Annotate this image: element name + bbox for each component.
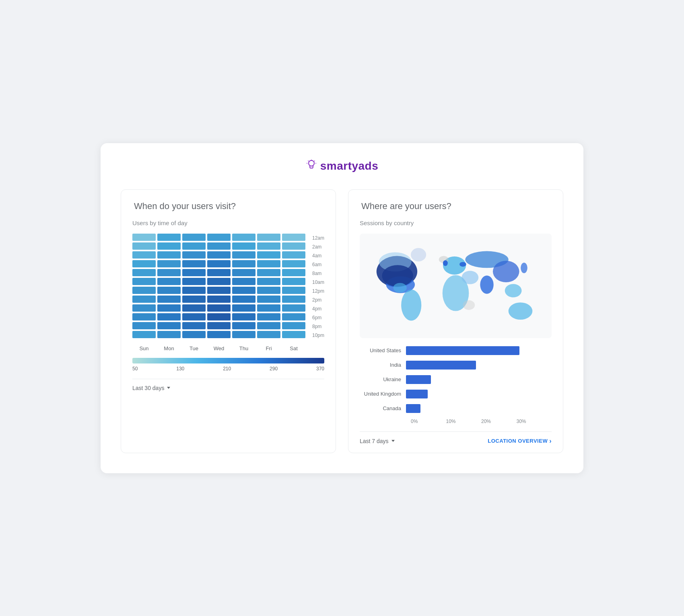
time-label: 2pm [312, 296, 324, 304]
logo-icon [306, 159, 317, 173]
heatmap-cell [182, 260, 206, 267]
heatmap-cell [232, 242, 255, 250]
heatmap-cell [157, 331, 181, 338]
heatmap-cell [282, 278, 305, 285]
svg-point-16 [480, 275, 493, 294]
heatmap-cell [207, 234, 231, 241]
chevron-down-icon [167, 387, 170, 389]
heatmap-cell [257, 287, 280, 294]
heatmap-cell [157, 251, 181, 259]
heatmap-cell [182, 251, 206, 259]
legend-value: 370 [316, 366, 324, 372]
heatmap-cell [257, 242, 280, 250]
heatmap-cell [232, 287, 255, 294]
bar-track [406, 361, 552, 370]
axis-label: 30% [517, 419, 552, 424]
legend-area: 50130210290370 [132, 358, 324, 372]
location-overview-link[interactable]: LOCATION OVERVIEW › [488, 437, 552, 445]
heatmap-cell [282, 251, 305, 259]
bar-row: India [360, 361, 552, 370]
heatmap-cell [207, 269, 231, 276]
svg-point-11 [401, 289, 421, 320]
svg-point-18 [505, 284, 522, 297]
heatmap-cell [157, 287, 181, 294]
heatmap-cell [132, 287, 156, 294]
bar-row: United Kingdom [360, 390, 552, 398]
legend-value: 50 [132, 366, 138, 372]
day-label: Thu [232, 345, 255, 351]
bar-fill [406, 361, 476, 370]
heatmap-cell [207, 296, 231, 303]
bar-country-label: Ukraine [360, 376, 406, 382]
heatmap-cell [232, 304, 255, 312]
heatmap-cell [232, 322, 255, 329]
heatmap-cell [282, 313, 305, 320]
bar-axis: 0%10%20%30% [411, 419, 552, 424]
legend-value: 210 [223, 366, 231, 372]
heatmap-cell [257, 313, 280, 320]
bar-row: United States [360, 346, 552, 355]
time-label: 10am [312, 278, 324, 287]
heatmap-cell [257, 331, 280, 338]
bar-track [406, 404, 552, 413]
heatmap-chart-title: Users by time of day [132, 220, 324, 226]
heatmap-cell [257, 234, 280, 241]
heatmap-cell [232, 269, 255, 276]
heatmap-time-labels: 12am2am4am6am8am10am12pm2pm4pm6pm8pm10pm [308, 234, 324, 341]
heatmap-cell [257, 260, 280, 267]
heatmap-cell [132, 242, 156, 250]
heatmap-row [132, 242, 308, 250]
heatmap-cell [132, 304, 156, 312]
axis-label: 0% [411, 419, 446, 424]
time-label: 4pm [312, 304, 324, 313]
heatmap-cell [132, 322, 156, 329]
svg-point-10 [411, 248, 426, 261]
heatmap-cell [207, 322, 231, 329]
svg-point-15 [461, 271, 478, 284]
heatmap-row [132, 269, 308, 276]
heatmap-cell [132, 296, 156, 303]
bar-fill [406, 346, 519, 355]
bar-country-label: United States [360, 347, 406, 353]
right-panel: Where are your users? Sessions by countr… [348, 189, 563, 453]
heatmap-grid [132, 234, 308, 341]
main-card: smartyads When do your users visit? User… [101, 143, 583, 473]
heatmap-cell [132, 234, 156, 241]
bar-country-label: Canada [360, 405, 406, 411]
heatmap-cell [132, 269, 156, 276]
heatmap-cell [232, 260, 255, 267]
heatmap-row [132, 278, 308, 285]
heatmap-row [132, 234, 308, 241]
svg-line-3 [308, 160, 309, 161]
right-panel-footer: Last 7 days LOCATION OVERVIEW › [360, 431, 552, 445]
svg-line-4 [314, 160, 315, 161]
heatmap-cell [232, 251, 255, 259]
day-label: Mon [157, 345, 181, 351]
heatmap-cell [282, 242, 305, 250]
chevron-right-icon: › [549, 437, 552, 445]
right-footer-dropdown[interactable]: Last 7 days [360, 438, 395, 444]
heatmap-cell [257, 304, 280, 312]
time-label: 6pm [312, 313, 324, 322]
heatmap-row [132, 287, 308, 294]
heatmap-cell [232, 331, 255, 338]
heatmap-cell [182, 296, 206, 303]
heatmap-cell [157, 242, 181, 250]
heatmap-row [132, 313, 308, 320]
heatmap-cell [257, 278, 280, 285]
heatmap-cell [207, 304, 231, 312]
bar-fill [406, 375, 431, 384]
heatmap-cell [132, 251, 156, 259]
heatmap-cell [282, 269, 305, 276]
time-label: 10pm [312, 331, 324, 340]
axis-label: 20% [481, 419, 517, 424]
bar-track [406, 375, 552, 384]
left-footer-dropdown[interactable]: Last 30 days [132, 385, 170, 391]
heatmap-cell [282, 296, 305, 303]
heatmap-row [132, 331, 308, 338]
heatmap-cell [157, 260, 181, 267]
legend-numbers: 50130210290370 [132, 366, 324, 372]
heatmap-cell [207, 278, 231, 285]
heatmap-cell [207, 287, 231, 294]
legend-value: 290 [270, 366, 278, 372]
